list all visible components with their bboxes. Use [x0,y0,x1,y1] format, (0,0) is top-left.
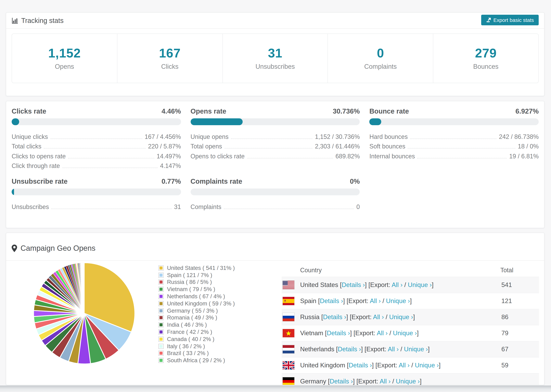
details-link[interactable]: Details › [330,378,353,385]
export-unique-link[interactable]: Unique › [393,329,417,336]
legend-label: Romania ( 49 / 3% ) [167,315,217,321]
dotted-leader [50,138,142,139]
export-basic-stats-button[interactable]: Export basic stats [481,15,539,25]
tracking-stats-header: Tracking stats Export basic stats [6,13,544,29]
flag-icon-vn [283,329,294,337]
bracket: [ [319,313,323,321]
page-bottom-edge [0,385,551,392]
export-all-link[interactable]: All › [392,281,403,288]
legend-label: United Kingdom ( 59 / 3% ) [167,300,235,307]
slash: / [388,329,393,336]
details-link[interactable]: Details › [323,313,346,321]
legend-item: Germany ( 55 / 3% ) [158,307,235,314]
bracket: [ [334,345,338,353]
legend-item: Italy ( 36 / 2% ) [158,343,235,350]
dotted-leader [224,148,312,148]
rate-detail-rows: Unique opens1,152 / 30.736%Total opens2,… [191,130,360,160]
rate-detail-value: 14.497% [156,153,181,160]
rate-detail-label: Total opens [191,143,222,150]
details-link[interactable]: Details › [338,345,361,353]
geo-table-header-country: Country [282,267,500,274]
location-pin-icon [12,245,17,252]
country-name: Germany [300,378,326,385]
rate-detail-row: Unsubscribes31 [12,200,181,210]
dotted-leader [408,148,516,148]
summary-label: Clicks [161,63,178,70]
legend-swatch [158,322,164,328]
bracket: [ [316,297,320,304]
export-all-link[interactable]: All › [370,297,381,304]
geo-total-cell: 67 [501,345,539,353]
export-unique-link[interactable]: Unique › [386,297,410,304]
export-all-link[interactable]: All › [388,345,399,353]
legend-label: Germany ( 55 / 3% ) [167,307,218,314]
geo-country-cell: Russia [Details ›] [Export: All › / Uniq… [300,313,501,321]
rate-section-bounce-rate: Bounce rate6.927%Hard bounces242 / 86.73… [369,107,539,169]
details-link[interactable]: Details › [342,281,365,288]
rate-detail-rows: Unsubscribes31 [12,200,181,210]
export-label: ] [Export: [361,345,388,353]
details-link[interactable]: Details › [320,297,343,304]
geo-country-cell: Vietnam [Details ›] [Export: All › / Uni… [300,329,501,337]
bracket: [ [326,378,330,385]
dotted-leader [247,158,333,158]
rate-detail-value: 167 / 4.456% [145,133,181,140]
rate-detail-rows: Hard bounces242 / 86.738%Soft bounces18 … [369,130,539,160]
rate-detail-value: 0 [356,204,360,210]
rate-detail-label: Hard bounces [369,133,408,140]
dotted-leader [68,158,154,158]
legend-item: Vietnam ( 79 / 5% ) [158,286,235,293]
rate-detail-label: Unique opens [191,133,228,140]
rate-detail-label: Soft bounces [369,143,405,150]
geo-country-cell: United States [Details ›] [Export: All ›… [300,281,501,289]
legend-item: Brazil ( 33 / 2% ) [158,350,235,357]
rate-title: Unsubscribe rate [12,177,68,185]
rate-detail-row: Unique opens1,152 / 30.736% [191,130,360,140]
bracket: ] [432,281,433,288]
rate-title: Complaints rate [191,177,242,185]
country-name: Russia [300,313,319,321]
geo-table-row: United States [Details ›] [Export: All ›… [282,277,539,293]
legend-item: United States ( 541 / 31% ) [158,264,235,272]
progress-bar [12,189,181,195]
details-link[interactable]: Details › [349,362,372,369]
rate-detail-label: Unsubscribes [12,204,49,210]
campaign-geo-opens-title: Campaign Geo Opens [21,244,95,253]
legend-item: Spain ( 121 / 7% ) [158,272,235,279]
summary-value: 167 [159,46,181,61]
geo-table-row: Netherlands [Details ›] [Export: All › /… [282,341,539,357]
legend-swatch [158,294,164,299]
legend-swatch [158,301,164,306]
export-unique-link[interactable]: Unique › [404,345,428,353]
geo-table-row: United Kingdom [Details ›] [Export: All … [282,357,539,373]
country-name: Spain [300,297,316,304]
slash: / [410,362,415,369]
rate-detail-label: Total clicks [12,143,42,150]
export-unique-link[interactable]: Unique › [396,378,420,385]
summary-box: 279Bounces [433,34,538,83]
summary-value: 279 [475,46,497,61]
rate-title-row: Bounce rate6.927% [369,107,539,115]
export-unique-link[interactable]: Unique › [415,362,439,369]
legend-swatch [158,287,164,292]
export-all-link[interactable]: All › [373,313,384,321]
export-all-link[interactable]: All › [377,329,388,336]
bracket: [ [323,329,327,336]
progress-bar [191,189,360,195]
details-link[interactable]: Details › [327,329,350,336]
legend-label: Brazil ( 33 / 2% ) [167,350,209,357]
progress-bar-fill [12,118,19,125]
export-icon [486,17,491,23]
legend-swatch [158,315,164,320]
rates-grid: Clicks rate4.46%Unique clicks167 / 4.456… [12,107,539,210]
export-all-link[interactable]: All › [380,378,391,385]
export-label: ] [Export: [350,329,377,336]
rate-title: Clicks rate [12,107,46,115]
slash: / [381,297,386,304]
export-unique-link[interactable]: Unique › [389,313,413,321]
export-unique-link[interactable]: Unique › [408,281,432,288]
export-all-link[interactable]: All › [399,362,410,369]
summary-value: 31 [268,46,282,61]
legend-label: France ( 42 / 2% ) [167,329,212,335]
flag-icon-us [283,281,294,289]
